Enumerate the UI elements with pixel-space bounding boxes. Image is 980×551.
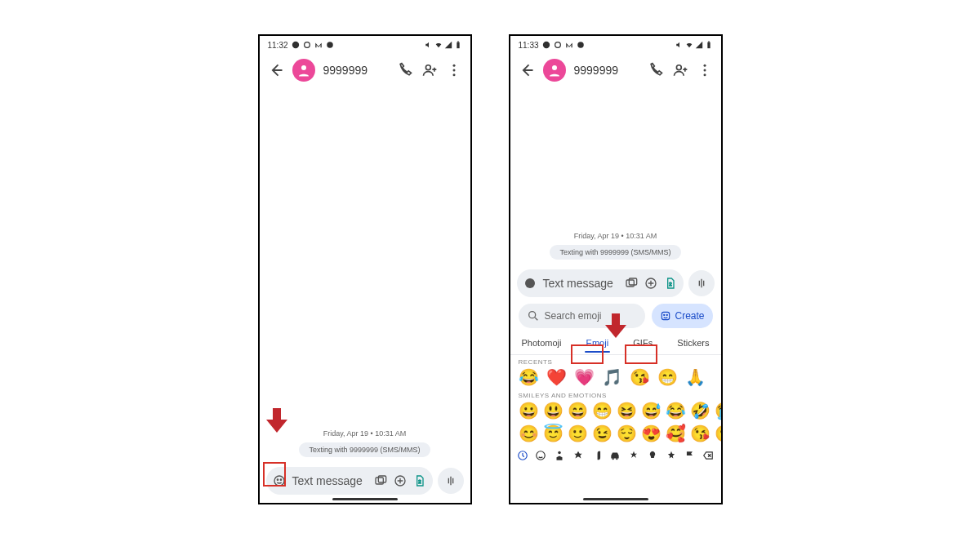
emoji[interactable]: 😂	[519, 367, 539, 387]
svg-point-34	[664, 314, 665, 315]
emoji[interactable]: 😊	[519, 424, 539, 443]
status-bar: 11:32	[260, 36, 470, 54]
plus-icon[interactable]	[394, 474, 407, 487]
svg-point-26	[703, 73, 706, 76]
emoji[interactable]: 😄	[568, 401, 588, 420]
emoji[interactable]: 😁	[657, 367, 678, 387]
contact-name[interactable]: 9999999	[574, 64, 639, 77]
add-person-icon[interactable]	[672, 62, 688, 78]
whatsapp-icon	[292, 41, 300, 49]
emoji-icon-filled[interactable]	[523, 277, 537, 290]
svg-point-8	[452, 69, 455, 72]
avatar[interactable]	[543, 59, 566, 82]
cat-symbols-icon[interactable]	[666, 450, 677, 461]
tab-photomoji[interactable]: Photomoji	[519, 336, 565, 353]
audio-button[interactable]	[438, 468, 464, 494]
emoji[interactable]: 🙂	[568, 424, 588, 443]
back-icon[interactable]	[519, 62, 535, 78]
cat-recent-icon[interactable]	[517, 450, 528, 461]
emoji[interactable]: 😅	[641, 401, 662, 420]
emoji-search-input[interactable]: Search emoji	[519, 304, 646, 328]
message-area: Friday, Apr 19 • 10:31 AM Texting with 9…	[510, 87, 721, 264]
emoji[interactable]: 😀	[519, 401, 539, 420]
signal-icon	[444, 41, 452, 49]
emoji[interactable]: 😃	[543, 401, 564, 420]
cat-food-icon[interactable]	[591, 450, 603, 461]
svg-point-1	[304, 42, 310, 48]
svg-point-35	[667, 314, 668, 315]
circle-icon	[554, 41, 562, 49]
waveform-icon	[444, 474, 457, 487]
back-icon[interactable]	[268, 62, 284, 78]
cat-people-icon[interactable]	[554, 450, 565, 461]
timestamp: Friday, Apr 19 • 10:31 AM	[574, 232, 657, 240]
sim-icon[interactable]: 2	[664, 277, 677, 290]
cat-activity-icon[interactable]	[628, 450, 639, 461]
mute-icon	[425, 41, 433, 49]
compose-input[interactable]: Text message 2	[266, 467, 433, 495]
home-bar[interactable]	[332, 498, 398, 500]
svg-point-0	[292, 42, 298, 48]
sim-icon[interactable]: 2	[413, 474, 426, 487]
cat-backspace-icon[interactable]	[702, 450, 714, 461]
phone-left: 11:32 9999999 Friday, Apr 19 • 10:31 AM …	[258, 34, 472, 504]
emoji[interactable]: 🤣	[690, 401, 710, 420]
phone-right: 11:33 9999999 Friday, Apr 19 • 10:31 AM …	[509, 34, 723, 504]
plus-icon[interactable]	[644, 277, 657, 290]
emoji[interactable]: ❤️	[546, 367, 567, 387]
status-time: 11:32	[268, 41, 288, 50]
circle-icon	[303, 41, 311, 49]
create-button[interactable]: Create	[652, 304, 712, 328]
gallery-icon[interactable]	[374, 474, 387, 487]
smileys-row-1: 😀 😃 😄 😁 😆 😅 😂 🤣 😭 🥳	[510, 399, 721, 422]
emoji[interactable]: 😁	[592, 401, 612, 420]
status-time: 11:33	[519, 41, 539, 50]
more-icon[interactable]	[697, 62, 713, 78]
cat-flags-icon[interactable]	[684, 450, 696, 461]
svg-point-37	[537, 451, 546, 460]
face-icon	[660, 310, 671, 322]
emoji[interactable]: 😆	[617, 401, 637, 420]
g-icon	[326, 41, 334, 49]
contact-name[interactable]: 9999999	[323, 64, 389, 77]
more-icon[interactable]	[446, 62, 462, 78]
audio-button[interactable]	[688, 270, 715, 296]
wifi-icon	[434, 41, 443, 49]
emoji[interactable]: 🙏	[685, 367, 706, 387]
call-icon[interactable]	[397, 62, 413, 78]
svg-rect-13	[376, 478, 383, 484]
message-area: Friday, Apr 19 • 10:31 AM Texting with 9…	[260, 87, 470, 462]
emoji[interactable]: 🎵	[602, 367, 622, 387]
g-icon	[577, 41, 585, 49]
emoji[interactable]: 😘	[690, 424, 710, 443]
emoji[interactable]: 😭	[715, 401, 723, 420]
emoji[interactable]: 😌	[617, 424, 637, 443]
annotation-box-gifs-tab	[625, 344, 657, 364]
gallery-icon[interactable]	[625, 277, 638, 290]
emoji[interactable]: 😂	[666, 401, 686, 420]
tab-stickers[interactable]: Stickers	[674, 336, 712, 353]
compose-input[interactable]: Text message 2	[517, 269, 684, 297]
cat-animals-icon[interactable]	[572, 450, 584, 461]
svg-point-5	[301, 65, 306, 70]
cat-objects-icon[interactable]	[647, 450, 658, 461]
create-label: Create	[675, 310, 704, 322]
emoji[interactable]: 😗	[715, 424, 723, 443]
cat-smiley-icon[interactable]	[535, 450, 546, 461]
call-icon[interactable]	[648, 62, 664, 78]
svg-text:2: 2	[418, 479, 421, 484]
home-bar[interactable]	[583, 498, 648, 500]
emoji[interactable]: 😉	[592, 424, 612, 443]
cat-travel-icon[interactable]	[609, 450, 621, 461]
svg-point-22	[552, 65, 557, 70]
svg-point-32	[528, 312, 535, 318]
emoji[interactable]: 😍	[641, 424, 662, 443]
emoji[interactable]: 💗	[574, 367, 595, 387]
emoji[interactable]: 🥰	[666, 424, 686, 443]
emoji[interactable]: 😇	[543, 424, 564, 443]
add-person-icon[interactable]	[421, 62, 438, 78]
emoji[interactable]: 😘	[630, 367, 650, 387]
svg-rect-33	[662, 312, 670, 319]
recents-row: 😂 ❤️ 💗 🎵 😘 😁 🙏	[510, 366, 721, 389]
avatar[interactable]	[292, 59, 315, 82]
